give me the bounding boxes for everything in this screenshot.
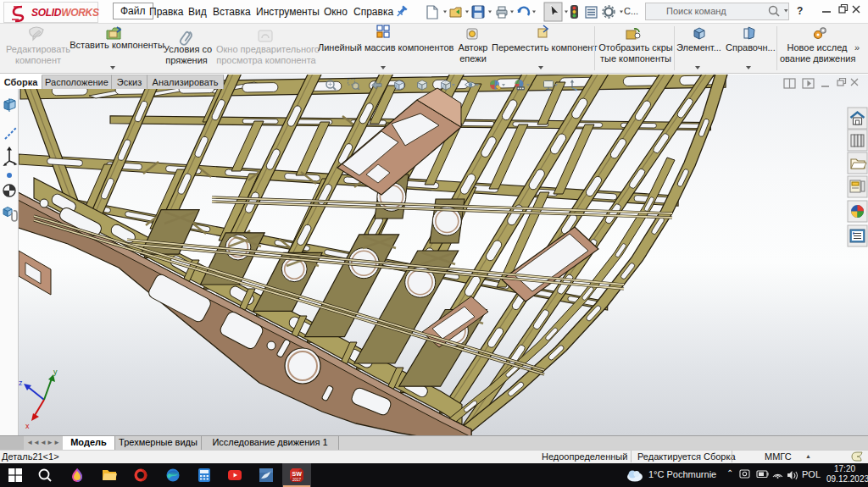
- svg-text:z: z: [19, 379, 23, 387]
- svg-text:x: x: [25, 422, 30, 430]
- svg-text:y: y: [53, 368, 58, 376]
